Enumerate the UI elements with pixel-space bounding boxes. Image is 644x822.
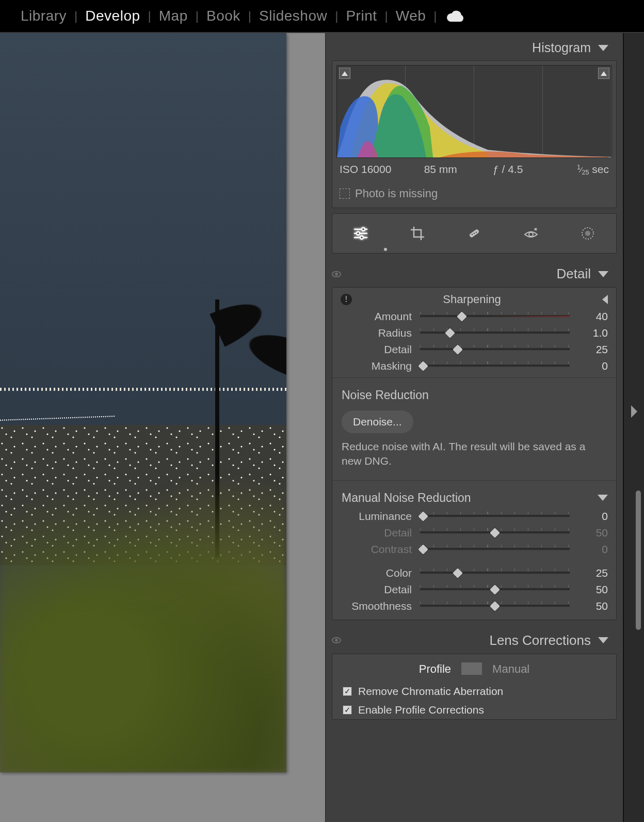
lens-corrections-title: Lens Corrections [489, 633, 591, 649]
svg-point-9 [476, 232, 477, 233]
right-panel-edge [623, 33, 644, 822]
image-preview-area [0, 33, 325, 822]
tab-slideshow[interactable]: Slideshow [259, 8, 327, 24]
detail-panel: ! Sharpening Amount 40 Radius 1.0 Detail [332, 287, 617, 620]
sharpening-detail-slider[interactable]: Detail 25 [332, 341, 616, 358]
lens-corrections-header[interactable]: Lens Corrections [326, 625, 623, 654]
checkbox-checked-icon: ✓ [343, 705, 352, 715]
detail-title: Detail [557, 266, 591, 282]
svg-point-5 [360, 236, 363, 239]
lens-corrections-panel: Profile Manual ✓ Remove Chromatic Aberra… [332, 654, 617, 720]
tool-strip [332, 213, 617, 254]
histogram-panel: ISO 16000 85 mm ƒ / 4.5 1⁄25 sec Photo i… [332, 60, 617, 208]
exif-summary: ISO 16000 85 mm ƒ / 4.5 1⁄25 sec [336, 158, 612, 179]
svg-point-10 [529, 232, 533, 236]
svg-point-7 [472, 234, 473, 235]
lens-tab-manual[interactable]: Manual [482, 662, 540, 676]
missing-photo-icon [340, 188, 350, 199]
svg-point-8 [474, 233, 475, 234]
luminance-contrast-slider[interactable]: Contrast 0 [332, 541, 616, 558]
svg-point-4 [357, 232, 360, 235]
tab-web[interactable]: Web [396, 8, 426, 24]
exif-iso: ISO 16000 [340, 163, 407, 177]
photo-missing-warning: Photo is missing [336, 184, 612, 203]
chevron-left-icon[interactable] [602, 295, 608, 304]
histogram-graph[interactable] [336, 65, 612, 158]
tab-map[interactable]: Map [159, 8, 188, 24]
sharpening-masking-slider[interactable]: Masking 0 [332, 358, 616, 374]
exif-focal: 85 mm [407, 163, 475, 177]
panel-visibility-toggle-icon[interactable] [332, 271, 341, 277]
svg-point-14 [585, 231, 590, 236]
lens-tab-profile[interactable]: Profile [409, 662, 461, 676]
scrollbar-thumb[interactable] [636, 491, 641, 630]
exif-aperture: ƒ / 4.5 [474, 163, 542, 177]
detail-panel-header[interactable]: Detail [326, 259, 623, 287]
denoise-button[interactable]: Denoise... [342, 410, 413, 433]
noise-reduction-title: Noise Reduction [332, 381, 616, 405]
histogram-title: Histogram [532, 40, 591, 55]
exif-shutter: 1⁄25 sec [542, 163, 609, 177]
histogram-panel-header[interactable]: Histogram [326, 33, 623, 60]
right-panel: Histogram [325, 33, 623, 822]
tab-print[interactable]: Print [346, 8, 377, 24]
chevron-down-icon [598, 271, 608, 277]
color-noise-slider[interactable]: Color 25 [332, 565, 616, 581]
tab-develop[interactable]: Develop [85, 8, 140, 24]
panel-visibility-toggle-icon[interactable] [332, 637, 341, 643]
color-smoothness-slider[interactable]: Smoothness 50 [332, 598, 616, 614]
manual-noise-reduction-header[interactable]: Manual Noise Reduction [332, 484, 616, 508]
redeye-tool-icon[interactable] [520, 222, 542, 245]
module-tabs: Library | Develop | Map | Book | Slidesh… [0, 0, 644, 32]
denoise-help-text: Reduce noise with AI. The result will be… [332, 437, 616, 477]
luminance-slider[interactable]: Luminance 0 [332, 508, 616, 525]
svg-point-3 [362, 228, 365, 231]
edit-tool-icon[interactable] [349, 222, 372, 245]
tab-library[interactable]: Library [21, 8, 67, 24]
crop-tool-icon[interactable] [406, 222, 429, 245]
sharpening-title: Sharpening [362, 293, 602, 306]
checkbox-checked-icon: ✓ [343, 687, 352, 696]
tab-book[interactable]: Book [206, 8, 240, 24]
cloud-sync-icon[interactable] [447, 10, 464, 22]
warning-icon[interactable]: ! [341, 294, 352, 305]
color-detail-slider[interactable]: Detail 50 [332, 581, 616, 598]
luminance-detail-slider[interactable]: Detail 50 [332, 525, 616, 541]
chevron-down-icon [598, 495, 608, 501]
sharpening-radius-slider[interactable]: Radius 1.0 [332, 325, 616, 341]
chevron-down-icon [598, 45, 608, 51]
enable-profile-corrections-checkbox[interactable]: ✓ Enable Profile Corrections [332, 701, 616, 719]
chevron-down-icon [598, 637, 608, 643]
masking-tool-icon[interactable] [576, 222, 599, 245]
healing-tool-icon[interactable] [463, 222, 486, 245]
image-preview[interactable] [0, 33, 286, 772]
sharpening-amount-slider[interactable]: Amount 40 [332, 308, 616, 325]
remove-chromatic-aberration-checkbox[interactable]: ✓ Remove Chromatic Aberration [332, 682, 616, 701]
expand-panel-arrow-icon[interactable] [631, 405, 637, 418]
